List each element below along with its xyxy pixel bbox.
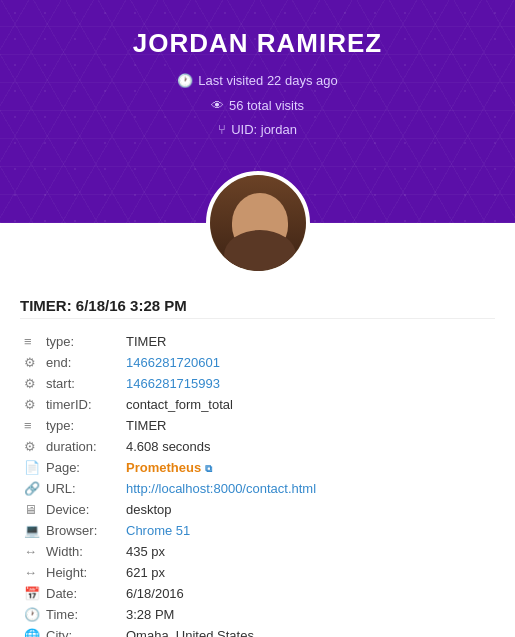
total-visits: 56 total visits [229,94,304,119]
prop-value: TIMER [122,415,495,436]
table-row: 📅Date:6/18/2016 [20,583,495,604]
table-row: 🔗URL:http://localhost:8000/contact.html [20,478,495,499]
prop-value: Chrome 51 [122,520,495,541]
prop-value: 6/18/2016 [122,583,495,604]
table-row: 🖥Device:desktop [20,499,495,520]
table-row: ⚙end:1466281720601 [20,352,495,373]
prop-key: Height: [42,562,122,583]
prop-value: contact_form_total [122,394,495,415]
gear-icon: ⚙ [20,373,42,394]
prop-value: TIMER [122,331,495,352]
desktop-icon: 🖥 [20,499,42,520]
table-row: 🌐City:Omaha, United States [20,625,495,637]
prop-key: Date: [42,583,122,604]
prop-key: start: [42,373,122,394]
ruler-icon: ↔ [20,541,42,562]
prop-value: desktop [122,499,495,520]
prop-key: type: [42,331,122,352]
user-name: JORDAN RAMIREZ [20,28,495,59]
stack-icon: ≡ [20,415,42,436]
prop-value: 4.608 seconds [122,436,495,457]
last-visited: Last visited 22 days ago [198,69,337,94]
avatar [206,171,310,275]
gear-icon: ⚙ [20,394,42,415]
table-row: ⚙start:1466281715993 [20,373,495,394]
prop-key: City: [42,625,122,637]
content-section: TIMER: 6/18/16 3:28 PM ≡type:TIMER⚙end:1… [0,283,515,637]
gear-icon: ⚙ [20,352,42,373]
doc-icon: 📄 [20,457,42,478]
prop-value: 621 px [122,562,495,583]
monitor-icon: 💻 [20,520,42,541]
globe-icon: 🌐 [20,625,42,637]
prop-key: Device: [42,499,122,520]
gear-icon: ⚙ [20,436,42,457]
prop-key: Time: [42,604,122,625]
uid-icon: ⑂ [218,118,226,143]
table-row: ≡type:TIMER [20,415,495,436]
prop-value[interactable]: Prometheus⧉ [122,457,495,478]
prop-value: http://localhost:8000/contact.html [122,478,495,499]
ruler-icon: ↔ [20,562,42,583]
table-row: ⚙duration:4.608 seconds [20,436,495,457]
prop-key: Page: [42,457,122,478]
prop-key: duration: [42,436,122,457]
table-row: 💻Browser:Chrome 51 [20,520,495,541]
clock-icon: 🕐 [20,604,42,625]
table-row: ⚙timerID:contact_form_total [20,394,495,415]
prop-value: 1466281715993 [122,373,495,394]
prop-key: Width: [42,541,122,562]
prop-value: Omaha, United States [122,625,495,637]
prop-key: URL: [42,478,122,499]
link-icon: 🔗 [20,478,42,499]
avatar-image [210,175,306,271]
timer-title: TIMER: 6/18/16 3:28 PM [20,297,495,319]
calendar-icon: 📅 [20,583,42,604]
prop-value: 1466281720601 [122,352,495,373]
stack-icon: ≡ [20,331,42,352]
table-row: ≡type:TIMER [20,331,495,352]
hero-meta: 🕐 Last visited 22 days ago 👁 56 total vi… [20,69,495,143]
prop-key: timerID: [42,394,122,415]
table-row: ↔Width:435 px [20,541,495,562]
table-row: ↔Height:621 px [20,562,495,583]
external-link-icon[interactable]: ⧉ [205,463,212,475]
props-table: ≡type:TIMER⚙end:1466281720601⚙start:1466… [20,331,495,637]
clock-hero-icon: 🕐 [177,69,193,94]
prop-key: end: [42,352,122,373]
table-row: 🕐Time:3:28 PM [20,604,495,625]
hero-section: JORDAN RAMIREZ 🕐 Last visited 22 days ag… [0,0,515,223]
prop-key: Browser: [42,520,122,541]
eye-icon: 👁 [211,94,224,119]
uid: UID: jordan [231,118,297,143]
prop-value: 435 px [122,541,495,562]
prop-key: type: [42,415,122,436]
prop-value: 3:28 PM [122,604,495,625]
table-row: 📄Page:Prometheus⧉ [20,457,495,478]
